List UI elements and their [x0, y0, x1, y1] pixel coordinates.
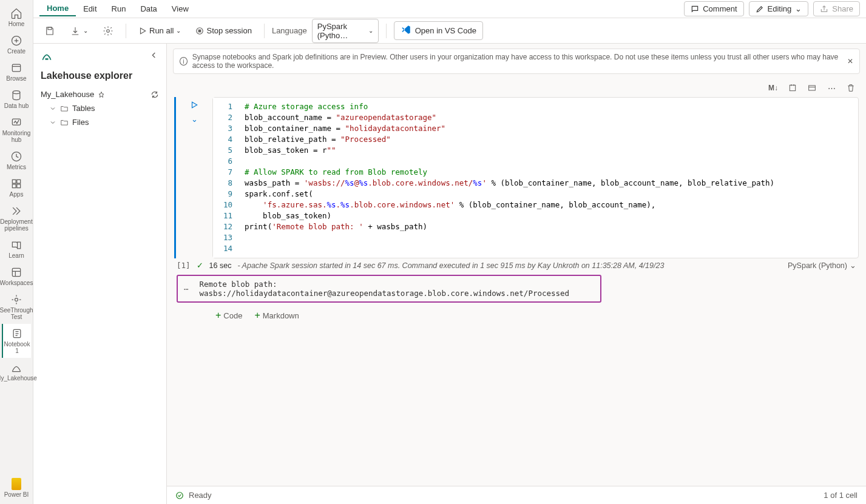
download-button[interactable]: ⌄ — [65, 23, 93, 39]
banner-close-button[interactable]: ✕ — [847, 57, 853, 66]
files-node[interactable]: Files — [41, 115, 159, 129]
plus-icon: + — [215, 310, 221, 321]
tab-view[interactable]: View — [164, 2, 196, 16]
rail-datahub[interactable]: Data hub — [2, 86, 31, 113]
open-vscode-button[interactable]: Open in VS Code — [394, 21, 483, 40]
rail-mylakehouse[interactable]: My_Lakehouse — [2, 358, 31, 385]
rail-metrics[interactable]: Metrics — [2, 147, 31, 174]
statusbar-ready: Ready — [189, 491, 212, 500]
svg-rect-15 — [199, 30, 201, 32]
run-cell-button[interactable] — [190, 101, 198, 111]
svg-rect-7 — [12, 184, 16, 188]
rail-notebook1[interactable]: Notebook 1 — [2, 324, 31, 358]
check-circle-icon — [175, 491, 184, 500]
cell-output: ⋯ Remote blob path: wasbs://holidaydatac… — [177, 275, 601, 303]
cell-more-button[interactable]: ⋯ — [825, 81, 838, 95]
cell-action-2[interactable] — [805, 81, 819, 95]
svg-rect-9 — [12, 268, 20, 276]
chevron-down-icon: ⌄ — [795, 4, 802, 13]
svg-rect-5 — [12, 180, 16, 183]
editing-button[interactable]: Editing ⌄ — [749, 1, 809, 16]
add-cell-row: + Code + Markdown — [167, 303, 866, 321]
svg-rect-18 — [809, 86, 816, 90]
tables-node[interactable]: Tables — [41, 101, 159, 115]
chevron-down-icon: ⌄ — [850, 261, 856, 270]
stop-session-button[interactable]: Stop session — [191, 24, 256, 38]
statusbar-cells: 1 of 1 cell — [824, 491, 858, 500]
cell-status-row: [1] ✓ 16 sec - Apache Spark session star… — [167, 258, 866, 272]
folder-icon — [60, 104, 69, 113]
chevron-down-icon: ⌄ — [368, 27, 373, 34]
rail-browse[interactable]: Browse — [2, 58, 31, 86]
add-markdown-button[interactable]: + Markdown — [254, 310, 299, 321]
check-icon: ✓ — [197, 261, 203, 270]
svg-point-13 — [107, 29, 110, 32]
chevron-down-icon: ⌄ — [83, 27, 88, 34]
svg-point-10 — [15, 298, 18, 301]
output-text: Remote blob path: wasbs://holidaydatacon… — [200, 280, 594, 298]
svg-rect-17 — [790, 85, 795, 90]
rail-home[interactable]: Home — [2, 4, 31, 31]
rail-seethrough[interactable]: SeeThrough Test — [2, 290, 31, 324]
cell-action-1[interactable] — [786, 81, 799, 95]
left-rail: Home Create Browse Data hub Monitoring h… — [0, 0, 33, 504]
settings-button[interactable] — [98, 23, 118, 39]
add-code-button[interactable]: + Code — [215, 310, 242, 321]
cell-exec-time: 16 sec — [209, 261, 232, 270]
svg-rect-16 — [46, 58, 49, 60]
cell-toolbar: M↓ ⋯ — [167, 79, 866, 97]
svg-rect-1 — [12, 64, 20, 72]
rail-powerbi[interactable]: Power BI — [4, 472, 29, 504]
ribbon-tabbar: Home Edit Run Data View Comment Editing … — [33, 0, 866, 18]
svg-rect-6 — [17, 180, 21, 183]
svg-point-19 — [177, 492, 183, 499]
refresh-icon[interactable] — [151, 90, 159, 99]
folder-icon — [60, 118, 69, 127]
rail-pipelines[interactable]: Deployment pipelines — [2, 201, 31, 235]
cell-delete-button[interactable] — [844, 81, 858, 95]
pin-icon — [98, 91, 105, 98]
chevron-down-icon: ⌄ — [176, 27, 181, 34]
rail-apps[interactable]: Apps — [2, 174, 31, 201]
tab-edit[interactable]: Edit — [76, 2, 104, 16]
output-menu-icon[interactable]: ⋯ — [184, 284, 190, 294]
toolbar: ⌄ Run all ⌄ Stop session Language PySpar… — [33, 18, 866, 44]
cell-run-dropdown[interactable]: ⌄ — [191, 115, 198, 124]
rail-workspaces[interactable]: Workspaces — [2, 263, 31, 290]
chevron-down-icon — [49, 105, 56, 112]
runall-button[interactable]: Run all ⌄ — [134, 24, 186, 38]
code-gutter: 1234567891011121314 — [213, 98, 238, 258]
chevron-down-icon — [49, 119, 56, 126]
info-icon: i — [180, 57, 188, 66]
lakehouse-explorer: Lakehouse explorer My_Lakehouse Tables F… — [33, 44, 167, 504]
svg-rect-12 — [48, 27, 52, 30]
code-cell[interactable]: 1234567891011121314 # Azure storage acce… — [212, 97, 859, 258]
collapse-explorer-button[interactable] — [149, 50, 159, 62]
tab-home[interactable]: Home — [39, 1, 76, 16]
plus-icon: + — [254, 310, 260, 321]
cell-markdown-toggle[interactable]: M↓ — [766, 81, 780, 95]
rail-create[interactable]: Create — [2, 31, 31, 58]
cell-exec-meta: - Apache Spark session started in 14 sec… — [237, 261, 664, 270]
notebook-area: i Synapse notebooks and Spark job defini… — [167, 44, 866, 504]
explorer-title: Lakehouse explorer — [41, 70, 159, 81]
language-label: Language — [272, 26, 307, 35]
cell-exec-index: [1] — [177, 261, 191, 270]
lakehouse-node[interactable]: My_Lakehouse — [41, 87, 159, 101]
svg-point-2 — [13, 91, 20, 94]
comment-button[interactable]: Comment — [684, 1, 743, 16]
cell-language[interactable]: PySpark (Python) — [788, 261, 847, 270]
tab-run[interactable]: Run — [104, 2, 134, 16]
share-button[interactable]: Share — [813, 1, 860, 16]
svg-rect-8 — [17, 184, 21, 188]
vscode-icon — [401, 24, 411, 37]
statusbar: Ready 1 of 1 cell — [167, 486, 866, 504]
tab-data[interactable]: Data — [133, 2, 164, 16]
preview-banner: i Synapse notebooks and Spark job defini… — [173, 49, 860, 74]
code-editor[interactable]: # Azure storage access infoblob_account_… — [238, 98, 858, 258]
powerbi-icon — [12, 478, 21, 490]
rail-learn[interactable]: Learn — [2, 235, 31, 263]
language-select[interactable]: PySpark (Pytho… ⌄ — [312, 19, 379, 43]
save-button[interactable] — [39, 23, 60, 39]
rail-monitoring[interactable]: Monitoring hub — [2, 113, 31, 147]
